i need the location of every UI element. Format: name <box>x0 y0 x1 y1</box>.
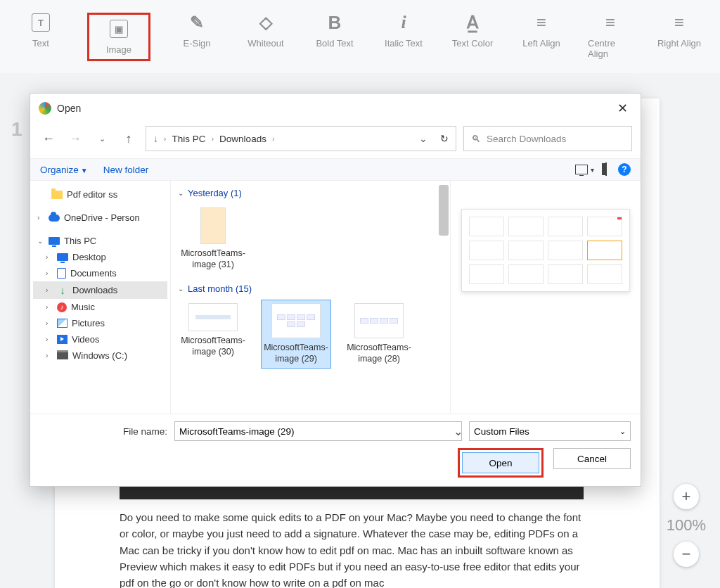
new-folder-button[interactable]: New folder <box>103 165 149 175</box>
centrealign-icon: ≡ <box>600 13 620 32</box>
zoom-in-button[interactable]: + <box>674 484 699 509</box>
downloads-icon: ↓ <box>153 134 158 144</box>
zoom-controls: + 100% − <box>667 484 706 567</box>
tree-item-onedrive[interactable]: ›OneDrive - Person <box>33 210 167 226</box>
open-button-highlight: Open <box>458 448 544 478</box>
music-icon: ♪ <box>57 302 67 312</box>
scrollbar[interactable] <box>439 185 449 236</box>
tool-rightalign[interactable]: ≡ Right Align <box>657 13 702 61</box>
tree-item-pdf-editor[interactable]: Pdf editor ss <box>33 186 167 203</box>
help-icon[interactable]: ? <box>618 163 631 176</box>
zoom-out-button[interactable]: − <box>674 542 699 567</box>
up-button[interactable]: ↑ <box>119 129 139 148</box>
search-icon: 🔍︎ <box>471 134 481 144</box>
monitor-icon <box>49 237 60 245</box>
document-paragraph: Do you need to make some quick edits to … <box>120 509 584 588</box>
file-name: MicrosoftTeams-image (28) <box>347 343 411 364</box>
tool-label: Right Align <box>657 38 701 49</box>
tree-item-windows-c[interactable]: ›Windows (C:) <box>33 347 167 364</box>
preview-image <box>461 209 630 292</box>
tree-item-this-pc[interactable]: ⌄This PC <box>33 233 167 249</box>
breadcrumb-path[interactable]: ↓ › This PC › Downloads › ⌄ ↻ <box>146 126 456 151</box>
tool-label: E-Sign <box>183 38 210 49</box>
file-name: MicrosoftTeams-image (31) <box>181 248 245 270</box>
nav-row: ← → ⌄ ↑ ↓ › This PC › Downloads › ⌄ ↻ 🔍︎… <box>30 123 641 158</box>
tool-label: Italic Text <box>385 38 423 49</box>
refresh-icon[interactable]: ↻ <box>440 133 449 144</box>
close-icon[interactable]: ✕ <box>613 99 632 117</box>
tool-label: Text <box>32 38 49 49</box>
file-item[interactable]: MicrosoftTeams-image (28) <box>344 300 414 368</box>
file-list: ⌄Yesterday (1) MicrosoftTeams-image (31)… <box>171 181 451 414</box>
breadcrumb-root[interactable]: This PC <box>172 134 205 144</box>
file-thumbnail <box>200 207 226 244</box>
tree-item-videos[interactable]: ›Videos <box>33 331 167 347</box>
history-dropdown[interactable]: ⌄ <box>92 129 112 148</box>
breadcrumb-folder[interactable]: Downloads <box>219 134 266 144</box>
text-icon: T <box>31 13 51 32</box>
file-name: MicrosoftTeams-image (29) <box>264 343 328 364</box>
forward-button[interactable]: → <box>65 129 85 148</box>
tool-bold[interactable]: B Bold Text <box>312 13 357 61</box>
tree-item-documents[interactable]: ›Documents <box>33 265 167 281</box>
file-item[interactable]: MicrosoftTeams-image (30) <box>178 300 248 368</box>
tool-textcolor[interactable]: A̲ Text Color <box>450 13 495 61</box>
pictures-icon <box>57 319 68 328</box>
dialog-title: Open <box>57 103 81 114</box>
file-thumbnail <box>271 303 321 338</box>
dialog-toolbar: Organize▼ New folder ▾ ? <box>30 158 641 181</box>
tool-label: Whiteout <box>248 38 283 49</box>
tool-label: Text Color <box>452 38 494 49</box>
file-type-select[interactable]: Custom Files⌄ <box>469 421 631 441</box>
view-mode-icon[interactable]: ▾ <box>575 165 594 174</box>
preview-pane-icon[interactable] <box>605 163 607 176</box>
tree-item-pictures[interactable]: ›Pictures <box>33 315 167 331</box>
tree-item-downloads[interactable]: ›↓Downloads <box>33 281 167 299</box>
tool-label: Image <box>106 44 131 55</box>
tree-item-desktop[interactable]: ›Desktop <box>33 249 167 265</box>
whiteout-icon: ◇ <box>256 13 276 32</box>
file-name: MicrosoftTeams-image (30) <box>181 335 245 357</box>
dialog-footer: File name: ⌄ Custom Files⌄ Open Cancel <box>30 414 641 486</box>
tree-item-music[interactable]: ›♪Music <box>33 299 167 315</box>
bold-icon: B <box>325 13 345 32</box>
chevron-right-icon: › <box>211 134 214 143</box>
back-button[interactable]: ← <box>39 129 58 148</box>
dialog-titlebar: Open ✕ <box>30 94 641 123</box>
open-button[interactable]: Open <box>462 452 539 473</box>
search-input[interactable]: 🔍︎ Search Downloads <box>463 126 632 151</box>
cancel-button[interactable]: Cancel <box>553 448 631 469</box>
tool-esign[interactable]: ✎ E-Sign <box>174 13 219 61</box>
file-name-input[interactable] <box>174 421 462 441</box>
file-item[interactable]: MicrosoftTeams-image (31) <box>178 204 248 274</box>
documents-icon <box>57 268 66 279</box>
tool-whiteout[interactable]: ◇ Whiteout <box>243 13 288 61</box>
search-placeholder: Search Downloads <box>487 134 566 144</box>
chevron-right-icon: › <box>164 134 167 143</box>
file-thumbnail <box>354 303 404 338</box>
tool-italic[interactable]: i Italic Text <box>381 13 426 61</box>
cloud-icon <box>49 215 60 222</box>
document-image-slice <box>120 487 584 499</box>
zoom-percent: 100% <box>667 516 706 535</box>
organize-menu[interactable]: Organize▼ <box>40 165 88 175</box>
image-icon: ▣ <box>109 19 129 39</box>
desktop-icon <box>57 253 68 261</box>
group-yesterday[interactable]: ⌄Yesterday (1) <box>178 185 450 203</box>
page-number: 1 <box>11 118 22 141</box>
tool-image[interactable]: ▣ Image <box>87 13 150 61</box>
tool-centrealign[interactable]: ≡ Centre Align <box>588 13 633 61</box>
tool-text[interactable]: T Text <box>18 13 63 61</box>
group-last-month[interactable]: ⌄Last month (15) <box>178 281 450 298</box>
chevron-right-icon: › <box>272 134 275 143</box>
file-thumbnail <box>188 303 238 331</box>
videos-icon <box>57 335 68 344</box>
path-dropdown-icon[interactable]: ⌄ <box>419 133 428 144</box>
file-item-selected[interactable]: MicrosoftTeams-image (29) <box>261 300 331 368</box>
rightalign-icon: ≡ <box>669 13 689 32</box>
file-open-dialog: Open ✕ ← → ⌄ ↑ ↓ › This PC › Downloads ›… <box>30 93 641 487</box>
tool-leftalign[interactable]: ≡ Left Align <box>519 13 564 61</box>
app-icon <box>39 102 51 115</box>
leftalign-icon: ≡ <box>532 13 551 32</box>
folder-icon <box>51 191 63 199</box>
